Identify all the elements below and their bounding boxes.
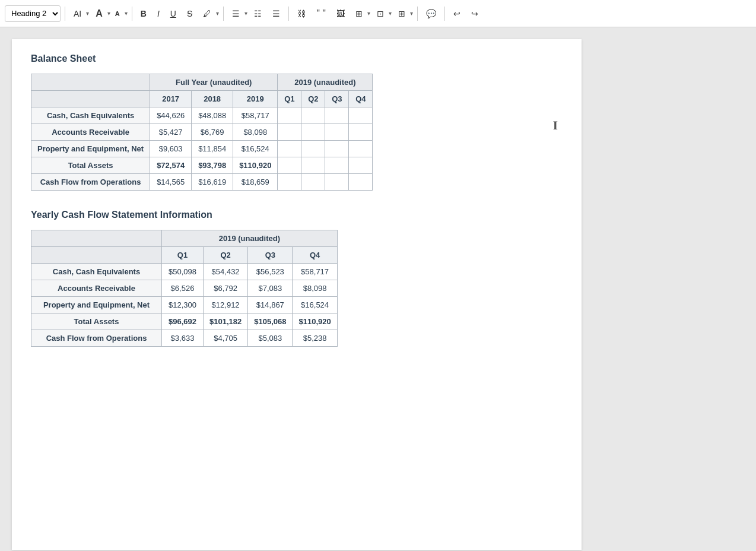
font-size-small-button[interactable]: A — [111, 5, 124, 22]
bold-button[interactable]: B — [136, 5, 151, 22]
row-label: Total Assets — [31, 157, 150, 174]
value-q4 — [349, 107, 373, 124]
divider-3 — [223, 7, 224, 21]
cf-row-label: Cash Flow from Operations — [31, 330, 162, 347]
value-q3 — [325, 124, 349, 141]
cf-row-label: Accounts Receivable — [31, 280, 162, 297]
highlight-dropdown-arrow: ▾ — [216, 10, 219, 17]
special-button[interactable]: ⊞ — [394, 5, 409, 22]
redo-button[interactable]: ↪ — [467, 5, 482, 22]
cf-col-q3: Q3 — [248, 247, 293, 264]
table-row: Cash Flow from Operations $3,633 $4,705 … — [31, 330, 338, 347]
strikethrough-button[interactable]: S — [183, 5, 196, 22]
cf-row-label: Total Assets — [31, 314, 162, 330]
value-q1 — [278, 174, 301, 191]
cf-row-label: Property and Equipment, Net — [31, 297, 162, 314]
row-label: Accounts Receivable — [31, 124, 150, 141]
underline-button[interactable]: U — [166, 5, 180, 22]
cf-value-q3: $5,083 — [248, 330, 293, 347]
value-2019: $8,098 — [233, 124, 278, 141]
value-q4 — [349, 141, 373, 157]
cf-col-q2: Q2 — [204, 247, 248, 264]
table-dropdown[interactable]: ⊞ ▾ — [351, 5, 370, 22]
cash-flow-heading: Yearly Cash Flow Statement Information — [31, 210, 563, 220]
font-size-dropdown[interactable]: A ▾ A ▾ — [91, 5, 128, 22]
value-2017: $5,427 — [150, 124, 192, 141]
value-q1 — [278, 107, 301, 124]
col-q2: Q2 — [301, 91, 325, 107]
ai-dropdown[interactable]: AI ▾ — [69, 5, 89, 22]
quarterly-header: 2019 (unaudited) — [278, 74, 373, 91]
ai-dropdown-arrow: ▾ — [86, 10, 89, 17]
value-q3 — [325, 107, 349, 124]
editor-content[interactable]: 𝐈 Balance Sheet Full Year (unaudited) 20… — [12, 39, 582, 550]
balance-sheet-section: Balance Sheet Full Year (unaudited) 2019… — [31, 53, 563, 191]
italic-button[interactable]: I — [153, 5, 164, 22]
value-2018: $93,798 — [192, 157, 233, 174]
corner-cell — [31, 74, 150, 91]
cf-value-q3: $7,083 — [248, 280, 293, 297]
image-button[interactable]: 🖼 — [332, 5, 349, 22]
divider-2 — [132, 7, 132, 21]
value-2019: $16,524 — [233, 141, 278, 157]
col-q4: Q4 — [349, 91, 373, 107]
cf-value-q3: $56,523 — [248, 264, 293, 280]
link-button[interactable]: ⛓ — [293, 5, 310, 22]
embed-button[interactable]: ⊡ — [373, 5, 388, 22]
balance-sheet-heading: Balance Sheet — [31, 53, 563, 64]
value-2018: $48,088 — [192, 107, 233, 124]
value-2018: $11,854 — [192, 141, 233, 157]
table-button[interactable]: ⊞ — [351, 5, 367, 22]
font-size-button[interactable]: A — [91, 5, 107, 22]
quote-button[interactable]: " " — [312, 5, 330, 22]
table-row: Accounts Receivable $5,427 $6,769 $8,098 — [31, 124, 373, 141]
comment-button[interactable]: 💬 — [422, 5, 440, 22]
cf-value-q1: $50,098 — [162, 264, 204, 280]
col-q3: Q3 — [325, 91, 349, 107]
undo-button[interactable]: ↩ — [449, 5, 465, 22]
value-q2 — [301, 157, 325, 174]
value-q4 — [349, 157, 373, 174]
cash-flow-table: 2019 (unaudited) Q1 Q2 Q3 Q4 Cash, Cash … — [31, 230, 338, 347]
align-button[interactable]: ☰ — [228, 5, 244, 22]
embed-dropdown-arrow: ▾ — [389, 10, 392, 17]
value-q4 — [349, 124, 373, 141]
embed-dropdown[interactable]: ⊡ ▾ — [373, 5, 392, 22]
cf-corner-cell — [31, 230, 162, 247]
highlight-button[interactable]: 🖊 — [199, 5, 215, 22]
cash-flow-section: Yearly Cash Flow Statement Information 2… — [31, 210, 563, 347]
col-2018: 2018 — [192, 91, 233, 107]
cf-sub-corner-cell — [31, 247, 162, 264]
cf-value-q4: $16,524 — [293, 297, 337, 314]
cf-value-q4: $58,717 — [293, 264, 337, 280]
value-q2 — [301, 141, 325, 157]
cf-value-q2: $12,912 — [204, 297, 248, 314]
table-row: Cash, Cash Equivalents $50,098 $54,432 $… — [31, 264, 338, 280]
row-label: Cash, Cash Equivalents — [31, 107, 150, 124]
table-row: Accounts Receivable $6,526 $6,792 $7,083… — [31, 280, 338, 297]
cf-value-q2: $6,792 — [204, 280, 248, 297]
cf-value-q4: $8,098 — [293, 280, 337, 297]
table-row: Cash Flow from Operations $14,565 $16,61… — [31, 174, 373, 191]
table-row: Property and Equipment, Net $12,300 $12,… — [31, 297, 338, 314]
ordered-list-button[interactable]: ☷ — [250, 5, 266, 22]
value-2018: $16,619 — [192, 174, 233, 191]
align-dropdown[interactable]: ☰ ▾ — [228, 5, 247, 22]
highlight-dropdown[interactable]: 🖊 ▾ — [199, 5, 219, 22]
full-year-header: Full Year (unaudited) — [150, 74, 278, 91]
cf-value-q3: $105,068 — [248, 314, 293, 330]
col-q1: Q1 — [278, 91, 301, 107]
value-2019: $18,659 — [233, 174, 278, 191]
sub-corner-cell — [31, 91, 150, 107]
row-label: Cash Flow from Operations — [31, 174, 150, 191]
ai-button[interactable]: AI — [69, 5, 85, 22]
balance-sheet-table: Full Year (unaudited) 2019 (unaudited) 2… — [31, 74, 373, 191]
heading-select[interactable]: Heading 2 Heading 1 Heading 3 Normal — [5, 5, 61, 22]
value-q3 — [325, 157, 349, 174]
unordered-list-button[interactable]: ☰ — [268, 5, 284, 22]
value-q3 — [325, 141, 349, 157]
special-dropdown[interactable]: ⊞ ▾ — [394, 5, 413, 22]
value-q1 — [278, 124, 301, 141]
divider-6 — [444, 7, 445, 21]
value-q1 — [278, 157, 301, 174]
